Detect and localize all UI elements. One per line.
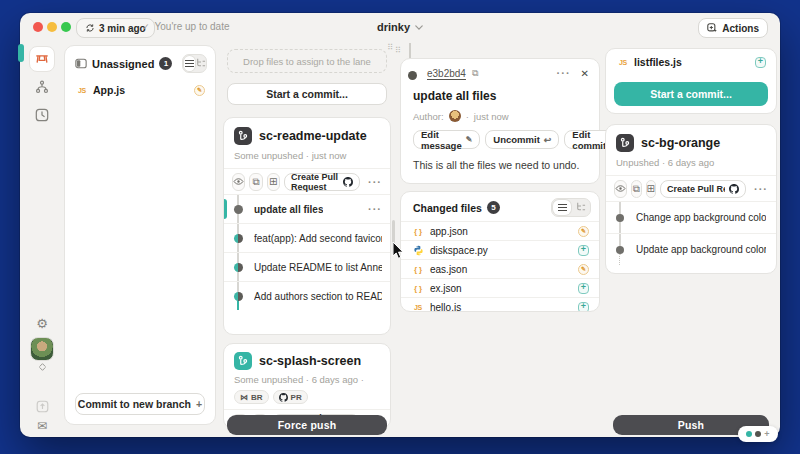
branch-menu-button[interactable]: ··· [754,183,768,195]
commit-row[interactable]: Update app background color t... [606,233,776,265]
file-row[interactable]: diskspace.py [401,240,599,259]
start-commit-button[interactable]: Start a commit... [614,82,768,106]
pr-chip[interactable]: PR [273,390,308,404]
tree-view-button[interactable] [572,199,590,214]
watch-button[interactable] [232,173,245,191]
view-toggle [182,54,207,73]
copy-branch-button[interactable]: ⧉ [249,173,262,191]
app-window: 3 min ago ✓ You're up to date drinky Act… [20,13,780,437]
branch-badge-icon [234,127,252,145]
sidebar-item-branches[interactable] [29,74,55,100]
branch-badge-icon [616,134,634,152]
file-row[interactable]: eas.json [401,259,599,278]
branch-menu-button[interactable]: ··· [368,176,382,188]
commit-detail-menu[interactable]: ··· [557,67,571,79]
branch-meta: Some unpushed · 6 days ago · [234,374,380,385]
js-file-icon [616,59,630,66]
tree-view-button[interactable] [196,55,206,70]
commit-to-new-branch-button[interactable]: Commit to new branch + [75,393,205,415]
copy-branch-button[interactable]: ⧉ [631,180,642,198]
commit-row[interactable]: feat(app): Add second favicon to ... [224,223,390,252]
chevron-up-icon [39,363,46,367]
view-toggle [551,198,591,217]
butler-review-icon: ⋈ [240,393,248,402]
review-button[interactable]: ⊞ [267,173,280,191]
stack-dot-active[interactable] [746,431,752,437]
gear-icon: ⚙ [36,316,48,331]
add-stack-button[interactable]: + [764,429,769,439]
copy-hash-icon[interactable]: ⧉ [472,68,478,79]
list-view-button[interactable] [184,56,194,71]
added-status-icon [755,57,766,68]
commit-hash[interactable]: e3b2bd4 [427,68,466,79]
file-row[interactable]: listfiles.js [606,49,776,70]
json-file-icon [411,284,425,293]
stack-dot[interactable] [755,431,761,437]
commit-row[interactable]: Add authors section to README file [224,281,390,310]
sidebar-profile[interactable] [30,337,54,361]
commit-title: Change app background color t... [636,212,766,223]
json-file-icon [411,265,425,274]
commit-dot-local [234,205,243,214]
close-icon[interactable]: ✕ [581,68,589,79]
sidebar-item-workspace[interactable] [29,46,55,72]
stack-pagination[interactable]: + [738,426,778,442]
modified-status-icon [194,85,205,96]
edit-message-button[interactable]: Edit message ✎ [413,130,480,149]
unassigned-title: Unassigned [92,58,154,70]
commit-dot-local-remote [234,263,243,272]
mouse-cursor [392,241,404,260]
lane-drag-handle[interactable]: ⠿ [395,46,401,55]
unassigned-file-row[interactable]: App.js [65,79,215,101]
branch-meta: Unpushed · 6 days ago [616,157,766,168]
workspace-icon [35,52,49,66]
commit-row[interactable]: Update README to list Anne as pr... [224,252,390,281]
sidebar-item-history[interactable] [29,102,55,128]
commit-title: Update app background color t... [636,244,766,255]
profile-switcher[interactable] [34,363,50,371]
selected-indicator [224,199,227,219]
file-name: diskspace.py [430,245,488,256]
update-icon [36,400,49,413]
added-status-icon [578,302,589,313]
branch-card-readme: sc-readme-update Some unpushed · just no… [223,117,391,335]
file-row[interactable]: app.json [401,221,599,240]
uncommit-button[interactable]: Uncommit ↩ [485,130,559,149]
actions-button[interactable]: Actions [698,18,768,38]
create-pr-button[interactable]: Create Pull Req... [660,180,746,198]
changed-files-count-badge: 5 [487,201,500,214]
commit-dot-local [616,246,624,254]
lane-drag-handle[interactable]: ⠿ [387,43,393,52]
commit-dot-local [616,214,624,222]
branch-name[interactable]: sc-splash-screen [259,354,361,368]
plus-icon: + [196,398,202,410]
branch-card-orange: sc-bg-orange Unpushed · 6 days ago ⧉ ⊞ C… [605,124,777,274]
sidebar-item-settings[interactable]: ⚙ [29,310,55,336]
js-file-icon [75,87,89,94]
commit-row[interactable]: update all files ··· [224,194,390,223]
commit-message-title: update all files [401,79,599,103]
mail-icon: ✉ [37,419,47,433]
review-button[interactable]: ⊞ [646,180,657,198]
review-chip[interactable]: ⋈ BR [234,390,269,404]
create-pr-button[interactable]: Create Pull Request [284,173,360,191]
commit-menu-button[interactable]: ··· [368,203,382,215]
file-row[interactable]: hello.js [401,297,599,312]
create-pr-label: Create Pull Req... [667,184,725,194]
commit-row[interactable]: Change app background color t... [606,201,776,233]
commit-dot-local-remote [234,292,243,301]
file-row[interactable]: ex.json [401,278,599,297]
author-label: Author: [413,111,444,122]
force-push-button[interactable]: Force push [227,415,387,435]
branch-name[interactable]: sc-readme-update [259,129,367,143]
list-view-button[interactable] [553,200,571,215]
drop-hint: Drop files to assign to the lane [243,56,371,67]
sidebar-item-feedback[interactable]: ✉ [29,413,55,439]
drop-zone[interactable]: Drop files to assign to the lane [227,49,387,73]
push-label: Push [678,419,704,431]
branch-name[interactable]: sc-bg-orange [641,136,720,150]
changed-files-title: Changed files [413,202,482,214]
file-name: app.json [430,226,468,237]
watch-button[interactable] [614,180,627,198]
start-commit-button[interactable]: Start a commit... [227,83,387,105]
